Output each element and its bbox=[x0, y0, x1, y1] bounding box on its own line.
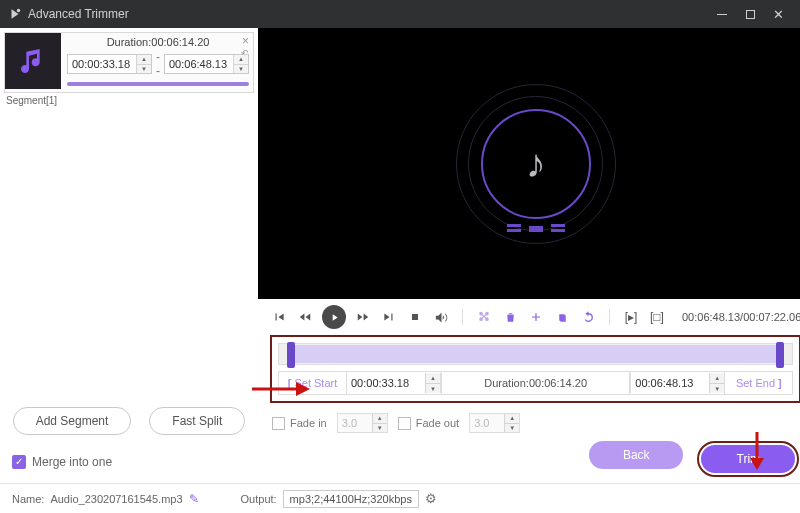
copy-icon[interactable] bbox=[553, 308, 571, 326]
rewind-icon[interactable] bbox=[296, 308, 314, 326]
name-label: Name: bbox=[12, 493, 44, 505]
range-end-input[interactable] bbox=[631, 373, 709, 393]
playback-time: 00:06:48.13/00:07:22.06 bbox=[682, 311, 800, 323]
audio-visual-icon: ♪ bbox=[456, 84, 616, 244]
spinner-down-icon[interactable]: ▼ bbox=[137, 64, 151, 73]
segment-end-input[interactable] bbox=[165, 55, 233, 73]
segment-thumbnail bbox=[5, 33, 61, 89]
segment-end-spinner[interactable]: ▲▼ bbox=[164, 54, 249, 74]
timeline-track[interactable] bbox=[278, 343, 793, 365]
range-separator: -- bbox=[156, 50, 160, 78]
cut-icon[interactable] bbox=[475, 308, 493, 326]
trim-button[interactable]: Trim bbox=[701, 445, 795, 473]
fade-out-spinner[interactable]: ▲▼ bbox=[469, 413, 520, 433]
timeline-selection bbox=[289, 345, 782, 363]
footer-bar: Name: Audio_230207161545.mp3 ✎ Output: m… bbox=[0, 483, 800, 513]
spinner-up-icon[interactable]: ▲ bbox=[710, 373, 724, 383]
range-duration: Duration:00:06:14.20 bbox=[441, 372, 630, 394]
fade-out-group: Fade out bbox=[398, 417, 459, 430]
segment-label: Segment[1] bbox=[0, 95, 258, 106]
output-settings-icon[interactable]: ⚙ bbox=[425, 491, 437, 506]
back-button[interactable]: Back bbox=[589, 441, 683, 469]
segments-panel: × ↶ Duration:00:06:14.20 ▲▼ -- ▲▼ Seg bbox=[0, 28, 258, 483]
name-value: Audio_230207161545.mp3 bbox=[50, 493, 182, 505]
spinner-up-icon[interactable]: ▲ bbox=[426, 373, 440, 383]
fade-row: Fade in ▲▼ Fade out ▲▼ bbox=[258, 407, 800, 439]
segment-restore-icon[interactable]: ↶ bbox=[241, 49, 249, 58]
fade-in-spinner[interactable]: ▲▼ bbox=[337, 413, 388, 433]
delete-icon[interactable] bbox=[501, 308, 519, 326]
set-start-button[interactable]: [Set Start bbox=[279, 372, 347, 394]
add-segment-button[interactable]: Add Segment bbox=[13, 407, 132, 435]
spinner-up-icon[interactable]: ▲ bbox=[137, 55, 151, 64]
play-button[interactable] bbox=[322, 305, 346, 329]
edit-name-icon[interactable]: ✎ bbox=[189, 492, 199, 506]
timeline-panel: [Set Start ▲▼ Duration:00:06:14.20 ▲▼ Se… bbox=[270, 335, 800, 403]
preview-area: ♪ bbox=[258, 28, 800, 299]
fade-out-label: Fade out bbox=[416, 417, 459, 429]
skip-start-icon[interactable] bbox=[270, 308, 288, 326]
set-end-button[interactable]: Set End] bbox=[724, 372, 792, 394]
maximize-button[interactable] bbox=[736, 4, 764, 24]
spinner-up-icon[interactable]: ▲ bbox=[373, 414, 387, 423]
app-logo-icon bbox=[8, 7, 22, 21]
fade-in-input[interactable] bbox=[338, 414, 372, 432]
bracket-stop-icon[interactable]: [□] bbox=[648, 308, 666, 326]
timeline-start-handle[interactable] bbox=[287, 342, 295, 368]
close-button[interactable]: ✕ bbox=[764, 4, 792, 24]
add-icon[interactable] bbox=[527, 308, 545, 326]
merge-checkbox[interactable]: ✓ bbox=[12, 455, 26, 469]
spinner-down-icon[interactable]: ▼ bbox=[505, 423, 519, 432]
segment-progress bbox=[67, 82, 249, 86]
fast-split-button[interactable]: Fast Split bbox=[149, 407, 245, 435]
fade-in-label: Fade in bbox=[290, 417, 327, 429]
segment-duration: Duration:00:06:14.20 bbox=[67, 36, 249, 48]
volume-icon[interactable] bbox=[432, 308, 450, 326]
segment-start-input[interactable] bbox=[68, 55, 136, 73]
undo-icon[interactable] bbox=[579, 308, 597, 326]
range-start-spinner[interactable]: ▲▼ bbox=[347, 373, 441, 393]
fade-out-input[interactable] bbox=[470, 414, 504, 432]
spinner-down-icon[interactable]: ▼ bbox=[426, 383, 440, 393]
svg-rect-1 bbox=[412, 314, 418, 320]
merge-label: Merge into one bbox=[32, 455, 112, 469]
svg-point-0 bbox=[17, 9, 21, 13]
segment-start-spinner[interactable]: ▲▼ bbox=[67, 54, 152, 74]
range-end-spinner[interactable]: ▲▼ bbox=[630, 373, 724, 393]
spinner-up-icon[interactable]: ▲ bbox=[505, 414, 519, 423]
skip-end-icon[interactable] bbox=[380, 308, 398, 326]
segment-card[interactable]: × ↶ Duration:00:06:14.20 ▲▼ -- ▲▼ bbox=[4, 32, 254, 93]
range-start-input[interactable] bbox=[347, 373, 425, 393]
timeline-end-handle[interactable] bbox=[776, 342, 784, 368]
spinner-down-icon[interactable]: ▼ bbox=[234, 64, 248, 73]
fade-in-group: Fade in bbox=[272, 417, 327, 430]
fade-out-checkbox[interactable] bbox=[398, 417, 411, 430]
playback-controls: [▸] [□] 00:06:48.13/00:07:22.06 bbox=[258, 299, 800, 333]
segment-remove-icon[interactable]: × bbox=[242, 35, 249, 47]
forward-icon[interactable] bbox=[354, 308, 372, 326]
titlebar: Advanced Trimmer ✕ bbox=[0, 0, 800, 28]
spinner-down-icon[interactable]: ▼ bbox=[373, 423, 387, 432]
bracket-play-icon[interactable]: [▸] bbox=[622, 308, 640, 326]
minimize-button[interactable] bbox=[708, 4, 736, 24]
fade-in-checkbox[interactable] bbox=[272, 417, 285, 430]
output-value: mp3;2;44100Hz;320kbps bbox=[283, 490, 419, 508]
window-title: Advanced Trimmer bbox=[28, 7, 129, 21]
output-label: Output: bbox=[241, 493, 277, 505]
stop-icon[interactable] bbox=[406, 308, 424, 326]
trim-highlight: Trim bbox=[697, 441, 799, 477]
spinner-down-icon[interactable]: ▼ bbox=[710, 383, 724, 393]
